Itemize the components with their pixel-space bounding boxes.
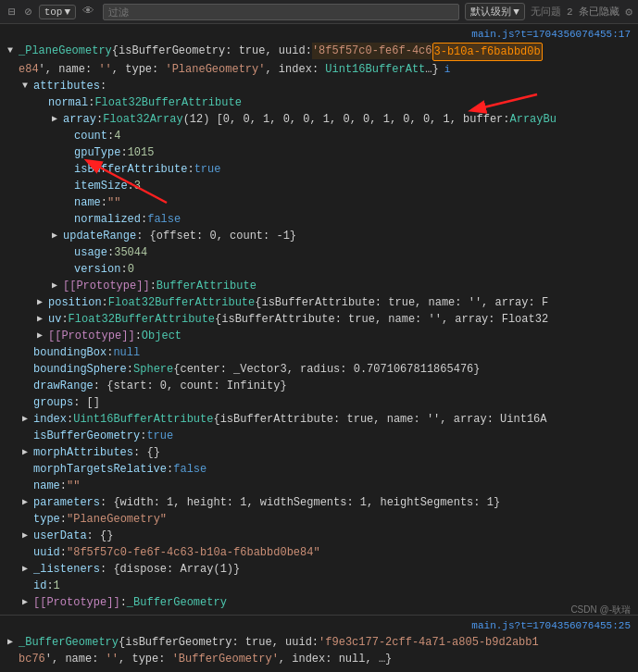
toggle-proto-bufferattr[interactable] <box>52 278 63 294</box>
usage-key: usage <box>74 244 107 261</box>
is-buffer-geo-val: true <box>146 428 173 444</box>
version-key: version <box>74 261 120 278</box>
version-line: version : 0 <box>0 261 638 278</box>
toggle-array[interactable] <box>52 111 63 128</box>
toggle-attributes[interactable] <box>22 78 33 94</box>
level-arrow: ▼ <box>513 6 519 18</box>
plane-geometry-root: _PlaneGeometry {isBufferGeometry: true, … <box>0 43 638 61</box>
link-line-2: main.js?t=1704356076455:25 <box>0 619 638 634</box>
morph-targets-rel-line: morphTargetsRelative : false <box>0 461 638 478</box>
bounding-box-line: boundingBox : null <box>0 344 638 361</box>
proto-buffer-geo-line: [[Prototype]] : _BufferGeometry <box>0 594 638 611</box>
is-buffer-attr-val: true <box>194 161 221 178</box>
normalized-key: normalized <box>74 211 141 228</box>
bounding-box-val: null <box>113 344 140 361</box>
name-val: "" <box>107 194 120 211</box>
toggle-listeners[interactable] <box>22 561 33 578</box>
toggle-proto-buffergeo[interactable] <box>22 594 33 611</box>
toggle-morph-attr[interactable] <box>22 444 33 461</box>
toggle-update-range[interactable] <box>52 228 63 244</box>
toggle-uv[interactable] <box>37 311 48 328</box>
position-key: position <box>48 294 102 311</box>
file-link-2[interactable]: main.js?t=1704356076455:25 <box>471 620 631 631</box>
position-line: position : Float32BufferAttribute {isBuf… <box>0 294 638 311</box>
index-line: index : Uint16BufferAttribute {isBufferA… <box>0 411 638 428</box>
gpu-type-key: gpuType <box>74 144 120 161</box>
context-dropdown[interactable]: top ▼ <box>39 5 76 19</box>
plane-geometry-cont: e84', name: '', type: 'PlaneGeometry', i… <box>19 61 450 78</box>
geo-name-line: name : "" <box>0 478 638 494</box>
uuid-key: uuid <box>33 544 60 561</box>
version-val: 0 <box>128 261 134 278</box>
bounding-box-key: boundingBox <box>33 344 106 361</box>
toggle-plane-geometry[interactable] <box>7 43 19 59</box>
usage-line: usage : 35044 <box>0 244 638 261</box>
proto-object-line: [[Prototype]] : Object <box>0 328 638 344</box>
groups-line: groups : [] <box>0 394 638 411</box>
proto-buffer-attr-line: [[Prototype]] : BufferAttribute <box>0 278 638 294</box>
update-range-line: updateRange : {offset: 0, count: -1} <box>0 228 638 244</box>
toggle-parameters[interactable] <box>22 494 33 511</box>
eye-icon[interactable]: 👁 <box>80 4 97 19</box>
proto-object-val: Object <box>142 328 181 344</box>
watermark: CSDN @-耿瑞 <box>570 604 631 616</box>
name-key: name <box>74 194 101 211</box>
filter-input[interactable] <box>103 4 459 20</box>
item-size-key: itemSize <box>74 178 128 194</box>
uv-key: uv <box>48 311 61 328</box>
toggle-position[interactable] <box>37 294 48 311</box>
is-buffer-attr-key: isBufferAttribute <box>74 161 187 178</box>
proto-object-key: [[Prototype]] <box>48 328 135 344</box>
toggle-index[interactable] <box>22 411 33 428</box>
morph-attr-key: morphAttributes <box>33 444 133 461</box>
normal-type: Float32BufferAttribute <box>94 94 241 111</box>
listeners-key: _listeners <box>33 561 100 578</box>
is-buffer-geo-key: isBufferGeometry <box>33 428 140 444</box>
count-val: 4 <box>114 128 120 144</box>
array-type: Float32Array <box>103 111 182 128</box>
link-line-1: main.js?t=1704356076455:17 <box>0 28 638 43</box>
normalized-val: false <box>147 211 181 228</box>
geo-name-key: name <box>33 478 60 494</box>
is-buffer-geo-line: isBufferGeometry : true <box>0 428 638 444</box>
uuid-val: "8f5f57c0-fe6f-4c63-b10a-f6babbd0be84" <box>67 544 320 561</box>
parameters-key: parameters <box>33 494 100 511</box>
user-data-line: userData : {} <box>0 528 638 544</box>
type-val: "PlaneGeometry" <box>67 511 167 528</box>
count-line: count : 4 <box>0 128 638 144</box>
toolbar: ⊟ ⊘ top ▼ 👁 默认级别 ▼ 无问题 2 条已隐藏 ⚙ <box>0 0 638 24</box>
buffer-geometry-class: _BufferGeometry <box>19 634 119 651</box>
uuid-line: uuid : "8f5f57c0-fe6f-4c63-b10a-f6babbd0… <box>0 544 638 561</box>
proto-bufferattr-val: BufferAttribute <box>156 278 256 294</box>
file-link-1[interactable]: main.js?t=1704356076455:17 <box>471 29 631 40</box>
bounding-sphere-line: boundingSphere : Sphere {center: _Vector… <box>0 361 638 378</box>
toggle-buffer-geometry[interactable] <box>7 634 19 651</box>
main-content: main.js?t=1704356076455:17 _PlaneGeometr… <box>0 24 638 672</box>
plane-geometry-root-2: e84', name: '', type: 'PlaneGeometry', i… <box>0 61 638 78</box>
level-dropdown[interactable]: 默认级别 ▼ <box>465 3 525 20</box>
toggle-proto-object[interactable] <box>37 328 48 344</box>
normal-line: normal : Float32BufferAttribute <box>0 94 638 111</box>
no-icon[interactable]: ⊘ <box>22 4 35 20</box>
bookmark-icon[interactable]: ⊟ <box>6 4 19 20</box>
morph-targets-rel-key: morphTargetsRelative <box>33 461 167 478</box>
gear-icon[interactable]: ⚙ <box>625 5 632 19</box>
toggle-user-data[interactable] <box>22 528 33 544</box>
listeners-line: _listeners : {dispose: Array(1)} <box>0 561 638 578</box>
bounding-sphere-key: boundingSphere <box>33 361 127 378</box>
user-data-key: userData <box>33 528 87 544</box>
id-key: id <box>33 578 46 594</box>
item-size-val: 3 <box>134 178 141 194</box>
draw-range-key: drawRange <box>33 378 94 394</box>
buffer-geometry-root-2: bc76', name: '', type: 'BufferGeometry',… <box>0 651 638 667</box>
type-key: type <box>33 511 60 528</box>
attributes-line: attributes : <box>0 78 638 94</box>
buffer-geometry-root: _BufferGeometry {isBufferGeometry: true,… <box>0 634 638 651</box>
parameters-line: parameters : {width: 1, height: 1, width… <box>0 494 638 511</box>
uuid-highlight-box: 3-b10a-f6babbd0b <box>432 43 543 61</box>
id-line: id : 1 <box>0 578 638 594</box>
is-buffer-attr-line: isBufferAttribute : true <box>0 161 638 178</box>
name-line: name : "" <box>0 194 638 211</box>
array-line: array : Float32Array (12) [0, 0, 1, 0, 0… <box>0 111 638 128</box>
item-size-line: itemSize : 3 <box>0 178 638 194</box>
